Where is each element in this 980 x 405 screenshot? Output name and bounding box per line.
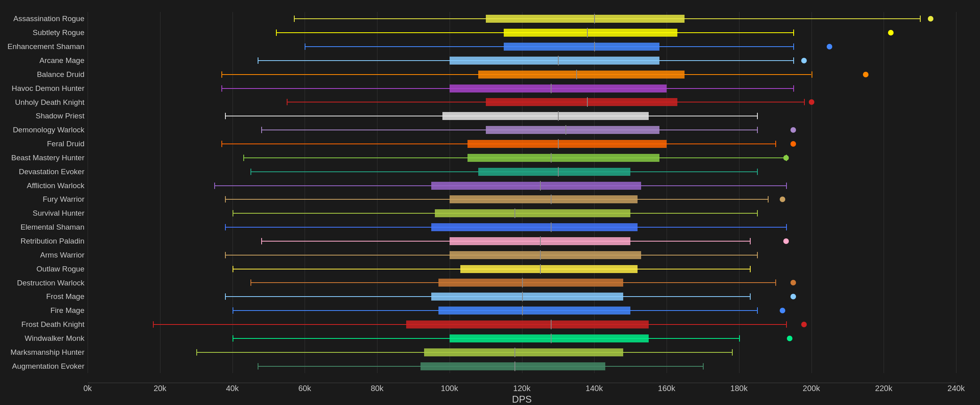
box-rect <box>450 251 642 259</box>
x-tick-label: 100k <box>441 384 458 393</box>
whisker-tick-right <box>768 196 769 202</box>
box-plot-row <box>88 262 956 276</box>
whisker-tick-left <box>258 57 258 64</box>
y-label: Fury Warrior <box>43 195 84 204</box>
whisker-tick-left <box>287 99 288 105</box>
whisker-tick-left <box>153 321 154 328</box>
x-tick-label: 0k <box>83 384 92 393</box>
whisker-tick-right <box>757 127 758 133</box>
box-plot-row <box>88 193 956 206</box>
whisker-tick-right <box>793 85 794 92</box>
chart-area <box>88 12 956 373</box>
box-plot-row <box>88 290 956 304</box>
whisker-tick-right <box>750 293 751 300</box>
x-tick-label: 60k <box>298 384 311 393</box>
whisker-tick-right <box>750 266 751 272</box>
median-line <box>514 348 515 357</box>
whisker-tick-left <box>221 71 222 78</box>
whisker-tick-right <box>775 141 776 147</box>
outlier-dot <box>790 280 796 285</box>
median-line <box>587 97 588 107</box>
box-plot-row <box>88 165 956 179</box>
box-rect <box>486 15 685 23</box>
median-line <box>551 320 552 329</box>
whisker-tick-left <box>276 29 277 36</box>
box-plot-row <box>88 345 956 359</box>
outlier-dot <box>780 197 785 202</box>
outlier-dot <box>863 72 869 77</box>
median-line <box>522 306 523 315</box>
outlier-dot <box>928 16 933 22</box>
box-plot-row <box>88 318 956 332</box>
median-line <box>558 56 559 65</box>
whisker-tick-right <box>757 307 758 314</box>
y-label: Fire Mage <box>50 306 84 315</box>
median-line <box>576 70 577 79</box>
box-rect <box>421 362 605 370</box>
box-plot-row <box>88 276 956 290</box>
y-label: Havoc Demon Hunter <box>12 84 84 93</box>
whisker-tick-right <box>793 29 794 36</box>
box-rect <box>424 348 623 356</box>
median-line <box>587 28 588 37</box>
whisker-tick-left <box>221 85 222 92</box>
y-label: Frost Death Knight <box>22 320 84 329</box>
whisker-tick-left <box>225 293 226 300</box>
median-line <box>514 362 515 371</box>
box-rect <box>450 85 667 92</box>
x-tick-label: 120k <box>513 384 530 393</box>
box-rect <box>450 57 659 65</box>
whisker-tick-left <box>225 113 226 119</box>
y-label: Arms Warrior <box>40 251 84 260</box>
y-label: Devastation Evoker <box>19 167 84 176</box>
whisker-tick-left <box>294 16 295 22</box>
box-rect <box>450 334 649 342</box>
x-tick-label: 20k <box>154 384 166 393</box>
outlier-dot <box>801 322 807 327</box>
whisker-tick-left <box>225 252 226 258</box>
x-tick-label: 200k <box>803 384 820 393</box>
box-rect <box>435 209 630 217</box>
x-tick-label: 80k <box>371 384 383 393</box>
outlier-dot <box>783 155 789 161</box>
box-rect <box>468 140 667 148</box>
whisker-tick-left <box>250 169 251 175</box>
y-label: Augmentation Evoker <box>12 362 84 371</box>
whisker-tick-right <box>732 349 733 356</box>
box-rect <box>450 195 638 203</box>
y-label: Survival Hunter <box>33 209 84 218</box>
y-label: Outlaw Rogue <box>37 265 84 273</box>
whisker-tick-right <box>786 183 787 189</box>
outlier-dot <box>888 30 894 35</box>
whisker-tick-right <box>812 71 812 78</box>
y-label: Arcane Mage <box>39 56 84 65</box>
box-plot-row <box>88 54 956 68</box>
whisker-tick-right <box>775 279 776 286</box>
y-label: Windwalker Monk <box>25 334 84 343</box>
box-plot-row <box>88 137 956 151</box>
median-line <box>551 222 552 232</box>
median-line <box>551 334 552 343</box>
outlier-dot <box>790 294 796 299</box>
whisker-tick-left <box>233 307 233 314</box>
box-plot-row <box>88 331 956 345</box>
median-line <box>540 250 541 260</box>
box-plot-row <box>88 359 956 373</box>
box-rect <box>504 29 677 37</box>
box-rect <box>406 320 649 328</box>
median-line <box>565 125 566 135</box>
whisker-tick-right <box>757 113 758 119</box>
whisker-tick-left <box>196 349 197 356</box>
y-label: Destruction Warlock <box>17 279 84 287</box>
median-line <box>558 139 559 149</box>
y-label: Balance Druid <box>37 70 84 79</box>
y-label: Beast Mastery Hunter <box>11 153 84 162</box>
median-line <box>551 195 552 204</box>
box-plot-row <box>88 248 956 262</box>
whisker-tick-left <box>250 279 251 286</box>
median-line <box>551 84 552 93</box>
y-label: Retribution Paladin <box>20 237 84 246</box>
y-label: Marksmanship Hunter <box>10 348 84 357</box>
median-line <box>540 264 541 274</box>
box-rect <box>504 43 659 51</box>
